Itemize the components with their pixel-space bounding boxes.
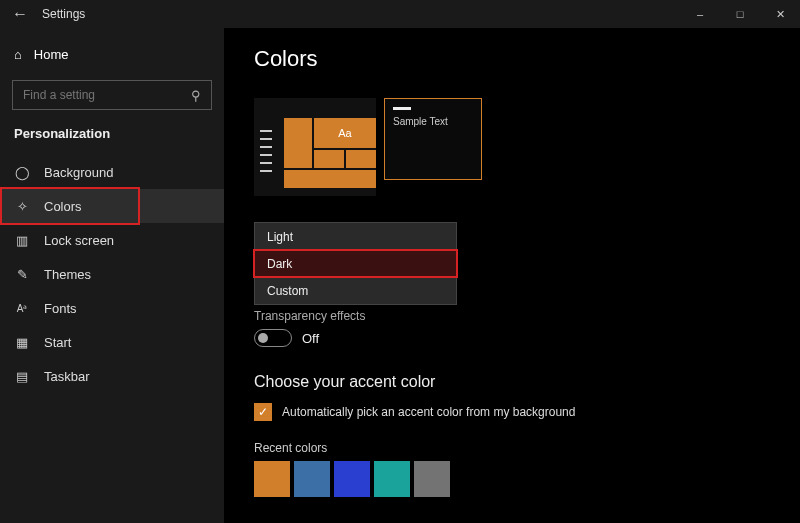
sidebar-item-label: Lock screen — [44, 233, 114, 248]
minimize-button[interactable]: – — [680, 0, 720, 28]
toggle-state: Off — [302, 331, 319, 346]
preview-row: Aa Sample Text — [254, 98, 800, 196]
color-swatch[interactable] — [334, 461, 370, 497]
image-icon: ◯ — [14, 164, 30, 180]
sidebar-item-colors[interactable]: ✧ Colors — [0, 189, 224, 223]
color-swatch[interactable] — [294, 461, 330, 497]
sidebar-item-fonts[interactable]: Aᵃ Fonts — [0, 291, 224, 325]
sidebar-item-label: Taskbar — [44, 369, 90, 384]
search-icon: ⚲ — [191, 88, 201, 103]
sidebar-item-label: Colors — [44, 199, 82, 214]
color-swatch[interactable] — [254, 461, 290, 497]
auto-pick-checkbox[interactable]: ✓ — [254, 403, 272, 421]
search-input[interactable] — [23, 88, 191, 102]
preview-window: Sample Text — [384, 98, 482, 180]
maximize-button[interactable]: □ — [720, 0, 760, 28]
color-swatch[interactable] — [414, 461, 450, 497]
sidebar-item-themes[interactable]: ✎ Themes — [0, 257, 224, 291]
category-heading: Personalization — [0, 122, 224, 155]
accent-heading: Choose your accent color — [254, 373, 800, 391]
sidebar-item-lockscreen[interactable]: ▥ Lock screen — [0, 223, 224, 257]
sidebar-item-taskbar[interactable]: ▤ Taskbar — [0, 359, 224, 393]
back-button[interactable]: ← — [4, 5, 36, 23]
title-bar: ← Settings – □ ✕ — [0, 0, 800, 28]
option-custom[interactable]: Custom — [255, 277, 456, 304]
brush-icon: ✎ — [14, 266, 30, 282]
auto-pick-label: Automatically pick an accent color from … — [282, 405, 575, 419]
sidebar-item-label: Fonts — [44, 301, 77, 316]
color-swatch[interactable] — [374, 461, 410, 497]
sample-text: Sample Text — [393, 116, 473, 127]
option-dark[interactable]: Dark — [255, 250, 456, 277]
close-button[interactable]: ✕ — [760, 0, 800, 28]
font-icon: Aᵃ — [14, 300, 30, 316]
transparency-label: Transparency effects — [254, 309, 800, 323]
sidebar-item-label: Start — [44, 335, 71, 350]
taskbar-icon: ▤ — [14, 368, 30, 384]
search-box[interactable]: ⚲ — [12, 80, 212, 110]
start-icon: ▦ — [14, 334, 30, 350]
preview-start: Aa — [254, 98, 376, 196]
sidebar: ⌂ Home ⚲ Personalization ◯ Background ✧ … — [0, 28, 224, 523]
home-link[interactable]: ⌂ Home — [0, 36, 224, 72]
sidebar-item-label: Themes — [44, 267, 91, 282]
option-light[interactable]: Light — [255, 223, 456, 250]
sidebar-item-background[interactable]: ◯ Background — [0, 155, 224, 189]
recent-colors — [254, 461, 800, 497]
color-mode-dropdown[interactable]: Light Dark Custom — [254, 222, 457, 305]
page-title: Colors — [254, 46, 800, 72]
sidebar-item-start[interactable]: ▦ Start — [0, 325, 224, 359]
palette-icon: ✧ — [14, 198, 30, 214]
preview-tile-text: Aa — [314, 118, 376, 148]
monitor-icon: ▥ — [14, 232, 30, 248]
home-label: Home — [34, 47, 69, 62]
sidebar-item-label: Background — [44, 165, 113, 180]
window-title: Settings — [36, 7, 85, 21]
content-panel: Colors Aa Sample Text Light Dark — [224, 28, 800, 523]
transparency-toggle[interactable] — [254, 329, 292, 347]
home-icon: ⌂ — [14, 47, 22, 62]
recent-colors-label: Recent colors — [254, 441, 800, 455]
